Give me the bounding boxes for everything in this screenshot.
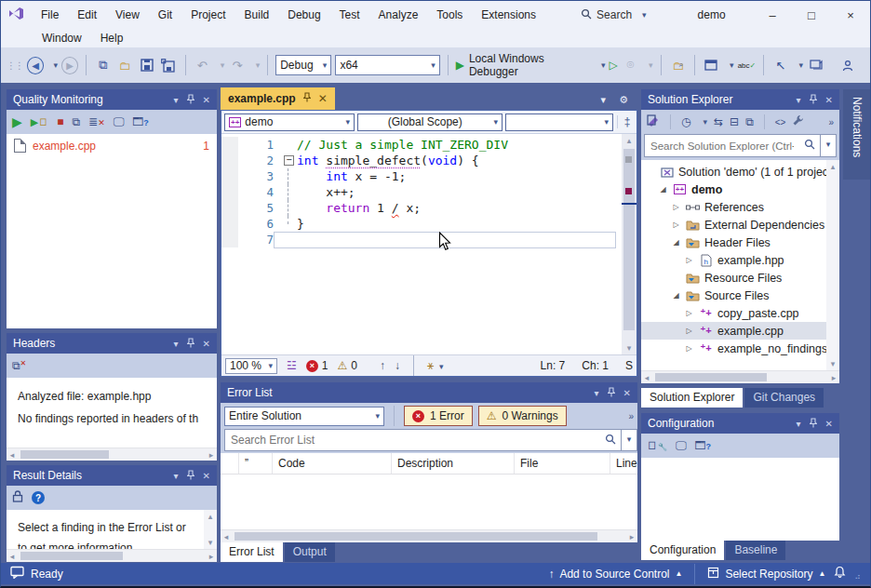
platform-dropdown[interactable]: x64▾ [335,55,439,75]
expanded-arrow-icon[interactable]: ◢ [658,185,668,194]
chevron-down-icon[interactable]: ▾ [799,60,804,70]
close-icon[interactable]: ✕ [825,95,833,105]
menu-view[interactable]: View [106,6,149,24]
solution-config-dropdown[interactable]: Debug▾ [275,55,331,75]
code-line-3[interactable]: 3 int x = -1; [221,168,636,184]
solution-explorer-toolbar-button[interactable] [703,56,720,74]
collapse-region-icon[interactable] [282,153,297,168]
tree-item-demo[interactable]: ◢++demo [641,180,839,198]
show-all-files-icon[interactable]: ⧉ [745,115,754,128]
window-menu-icon[interactable]: ▾ [797,419,801,429]
column-suppression-state[interactable]: ” [239,453,273,474]
redo-dropdown-icon[interactable]: ▾ [256,60,261,70]
menu-help[interactable]: Help [91,29,133,47]
breakpoint-margin[interactable] [221,200,238,216]
scroll-left-icon[interactable]: ◂ [7,450,18,460]
split-editor-icon[interactable]: ‡ [617,115,636,128]
tab-baseline[interactable]: Baseline [726,541,785,560]
collapsed-arrow-icon[interactable]: ▷ [684,309,694,317]
select-repository-button[interactable]: Select Repository ▲ [707,567,825,581]
add-to-source-control-button[interactable]: ↑ Add to Source Control ▲ [548,568,682,581]
breakpoint-margin[interactable] [221,168,238,184]
intellicode-icon[interactable]: ☳ [287,359,297,372]
scrollbar-thumb[interactable] [20,450,109,459]
window-menu-icon[interactable]: ▾ [797,95,801,105]
error-search-box[interactable] [224,429,622,451]
menu-window[interactable]: Window [33,29,91,47]
code-text[interactable]: // Just a simple INT_ZERO_DIV [297,137,508,153]
tree-item-example-no-findings[interactable]: ▷⁺+example_no_findings [641,340,839,357]
account-button[interactable] [838,56,857,74]
close-icon[interactable]: ✕ [318,92,328,105]
selection-pointer-button[interactable]: ↖ [771,56,789,74]
collapse-all-icon[interactable]: ⊟ [730,115,739,128]
scroll-left-icon[interactable]: ◂ [221,532,232,541]
solution-search-box[interactable] [644,134,821,157]
collapsed-arrow-icon[interactable]: ▷ [671,220,681,229]
pin-icon[interactable] [187,338,194,350]
code-text[interactable]: return 1 / x; [297,200,421,216]
tree-item-header-files[interactable]: ◢Header Files [641,234,839,251]
menu-git[interactable]: Git [149,6,181,24]
feedback-button[interactable] [807,56,825,74]
scroll-right-icon[interactable]: ▸ [206,450,217,460]
search-box[interactable]: Search ▾ [581,8,647,22]
code-line-4[interactable]: 4 x++; [221,184,636,200]
scroll-right-icon[interactable]: ▸ [828,373,839,382]
code-line-1[interactable]: 1// Just a simple INT_ZERO_DIV [221,137,636,153]
column-description[interactable]: Description [392,453,515,474]
collapsed-arrow-icon[interactable]: ▷ [671,203,681,211]
menu-tools[interactable]: Tools [427,6,472,24]
pin-icon[interactable] [187,470,194,482]
tab-git-changes[interactable]: Git Changes [744,388,824,408]
column-code[interactable]: Code [273,453,392,474]
code-text[interactable]: } [297,216,304,232]
toolbar-overflow-icon[interactable]: » [828,117,834,127]
maximize-button[interactable]: □ [792,8,831,22]
collapsed-arrow-icon[interactable]: ▷ [684,256,694,264]
error-search-input[interactable] [225,434,600,447]
search-options-icon[interactable]: ▾ [821,134,837,157]
collapsed-arrow-icon[interactable]: ▷ [684,327,694,335]
tab-error-list[interactable]: Error List [221,542,283,562]
pin-icon[interactable] [810,94,817,106]
menu-extensions[interactable]: Extensions [472,6,545,24]
menu-analyze[interactable]: Analyze [369,6,428,24]
breakpoint-margin[interactable] [221,153,238,168]
menu-edit[interactable]: Edit [68,6,106,24]
pending-changes-filter-icon[interactable]: ◷ [681,115,690,128]
errors-filter-button[interactable]: × 1 Error [404,406,473,426]
tree-item-example-hpp[interactable]: ▷hexample.hpp [641,251,839,269]
back-dropdown-icon[interactable]: ▾ [53,60,58,70]
tree-item-resource-files[interactable]: Resource Files [641,269,839,287]
tab-list-dropdown-icon[interactable]: ▾ [601,94,607,106]
tab-solution-explorer[interactable]: Solution Explorer [641,388,743,408]
horizontal-scrollbar[interactable]: ◂ ▸ [7,549,217,562]
scroll-down-icon[interactable]: ▾ [205,538,216,547]
project-dropdown[interactable]: ++demo ▾ [224,114,355,131]
tree-item-copy-paste-cpp[interactable]: ▷⁺+copy_paste.cpp [641,304,839,322]
tree-item-references[interactable]: ▷References [641,198,839,216]
run-file-analysis-icon[interactable]: ▶🗌 [31,116,48,128]
error-scope-dropdown[interactable]: Entire Solution▾ [224,407,384,426]
scroll-left-icon[interactable]: ◂ [7,552,18,561]
vertical-scrollbar[interactable]: ▴▾ [826,160,839,370]
clear-headers-icon[interactable]: ⧉✕ [12,359,26,372]
code-line-6[interactable]: 6} [221,216,636,232]
scroll-up-icon[interactable]: ▴ [827,162,838,171]
minimize-button[interactable]: – [753,8,792,22]
code-line-7[interactable]: 7 [221,232,636,247]
edit-build-options-icon[interactable]: 🗌🔧 [647,439,667,452]
window-menu-icon[interactable]: ▾ [595,388,599,398]
close-button[interactable]: × [831,8,870,22]
start-debugging-button[interactable]: ▶ Local Windows Debugger ▾ [456,52,606,78]
configure-checkers-icon[interactable]: 🖵 [676,439,687,452]
scroll-up-icon[interactable]: ▴ [205,512,216,521]
analyzed-file-row[interactable]: example.cpp 1 [7,134,217,157]
horizontal-scrollbar[interactable]: ◂ ▸ [7,448,217,461]
properties-wrench-icon[interactable] [792,114,804,129]
view-code-icon[interactable]: <> [775,117,786,127]
column-file[interactable]: File [515,453,610,474]
code-text[interactable]: int simple_defect(void) { [297,153,479,168]
undo-dropdown-icon[interactable]: ▾ [221,60,225,70]
